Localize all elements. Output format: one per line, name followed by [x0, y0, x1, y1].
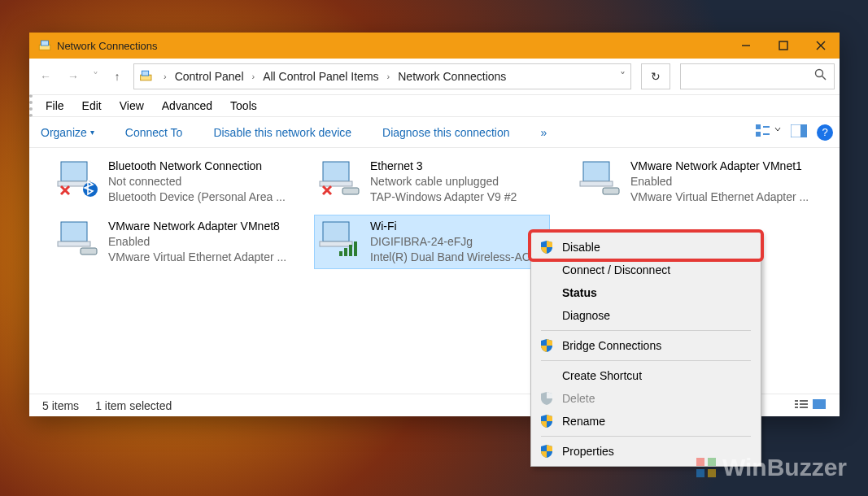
window-controls [727, 33, 840, 59]
ctx-rename[interactable]: Rename [533, 410, 759, 433]
adapter-icon [56, 219, 100, 258]
minimize-button[interactable] [727, 33, 765, 59]
help-button[interactable]: ? [817, 124, 833, 141]
svg-rect-47 [696, 469, 704, 477]
svg-rect-10 [756, 124, 761, 129]
adapter-icon [578, 159, 622, 198]
menu-view[interactable]: View [120, 99, 144, 112]
adapter-vmnet1[interactable]: VMware Network Adapter VMnet1 Enabled VM… [574, 154, 827, 209]
ctx-delete: Delete [533, 387, 759, 410]
svg-rect-21 [323, 162, 349, 181]
svg-rect-46 [708, 458, 716, 466]
recent-dropdown[interactable]: ˅ [89, 65, 101, 88]
breadcrumb-mid[interactable]: All Control Panel Items [260, 68, 382, 85]
organize-button[interactable]: Organize ▾ [41, 126, 94, 139]
command-bar: Organize ▾ Connect To Disable this netwo… [29, 117, 840, 148]
chevron-right-icon[interactable]: › [386, 72, 392, 81]
adapter-status: Enabled [630, 174, 809, 189]
ctx-status[interactable]: Status [533, 281, 759, 304]
maximize-button[interactable] [765, 33, 802, 59]
separator [541, 330, 751, 331]
svg-rect-32 [323, 222, 349, 241]
ctx-disable[interactable]: Disable [533, 236, 759, 259]
adapter-ethernet3[interactable]: Ethernet 3 Network cable unplugged TAP-W… [314, 154, 566, 209]
adapter-desc: VMware Virtual Ethernet Adapter ... [630, 189, 809, 205]
svg-rect-45 [696, 458, 704, 466]
folder-icon [139, 69, 155, 84]
svg-rect-15 [800, 124, 807, 137]
svg-rect-3 [779, 41, 787, 50]
ctx-diagnose[interactable]: Diagnose [533, 304, 759, 327]
adapter-desc: TAP-Windows Adapter V9 #2 [370, 189, 517, 205]
watermark-icon [695, 456, 718, 479]
ctx-connect-disconnect[interactable]: Connect / Disconnect [533, 259, 759, 281]
context-menu: Disable Connect / Disconnect Status Diag… [530, 232, 761, 467]
separator [541, 360, 751, 361]
svg-rect-27 [580, 181, 613, 186]
adapter-status: Enabled [108, 234, 286, 250]
ctx-bridge[interactable]: Bridge Connections [533, 334, 759, 357]
breadcrumb-leaf[interactable]: Network Connections [395, 68, 509, 85]
watermark-text: WinBuzzer [722, 454, 847, 481]
chevron-right-icon[interactable]: › [162, 72, 168, 81]
address-bar[interactable]: › Control Panel › All Control Panel Item… [133, 63, 631, 89]
menu-file[interactable]: File [46, 99, 64, 112]
adapter-desc: VMware Virtual Ethernet Adapter ... [108, 250, 286, 265]
details-view-button[interactable] [794, 398, 809, 412]
svg-rect-23 [342, 188, 359, 194]
menu-edit[interactable]: Edit [82, 99, 102, 112]
svg-rect-42 [800, 403, 808, 405]
forward-button[interactable]: → [62, 65, 85, 88]
large-icons-view-button[interactable] [812, 398, 827, 412]
nav-row: ← → ˅ ↑ › Control Panel › All Control Pa… [29, 59, 840, 94]
search-icon [814, 68, 827, 84]
adapter-wifi[interactable]: Wi-Fi DIGIFIBRA-24-eFJg Intel(R) Dual Ba… [314, 215, 550, 269]
address-dropdown[interactable]: ˅ [620, 70, 626, 83]
watermark: WinBuzzer [695, 454, 847, 481]
svg-rect-38 [795, 400, 798, 402]
adapter-desc: Intel(R) Dual Band Wireless-AC ... [370, 250, 543, 265]
adapter-name: VMware Network Adapter VMnet1 [630, 159, 809, 174]
back-button[interactable]: ← [34, 65, 57, 88]
breadcrumb-root[interactable]: Control Panel [172, 68, 247, 85]
adapter-bluetooth[interactable]: Bluetooth Network Connection Not connect… [52, 154, 304, 209]
item-count: 5 items [42, 399, 79, 412]
svg-rect-40 [795, 407, 798, 408]
ctx-label: Disable [562, 241, 600, 254]
ctx-create-shortcut[interactable]: Create Shortcut [533, 364, 759, 387]
connect-to-button[interactable]: Connect To [125, 126, 183, 139]
refresh-button[interactable]: ↻ [641, 63, 670, 89]
disable-device-button[interactable]: Disable this network device [213, 126, 351, 139]
svg-rect-48 [708, 469, 716, 477]
search-input[interactable] [680, 63, 835, 89]
adapter-name: VMware Network Adapter VMnet8 [108, 219, 286, 234]
adapter-vmnet8[interactable]: VMware Network Adapter VMnet8 Enabled VM… [52, 215, 304, 269]
svg-rect-41 [800, 400, 808, 402]
adapter-icon [318, 219, 362, 258]
view-options-button[interactable] [755, 124, 781, 141]
svg-rect-11 [756, 132, 761, 137]
close-button[interactable] [802, 33, 840, 59]
svg-rect-39 [795, 403, 798, 405]
chevron-right-icon[interactable]: › [251, 72, 257, 81]
up-button[interactable]: ↑ [106, 65, 129, 88]
svg-rect-34 [339, 251, 342, 256]
shield-icon [539, 240, 554, 255]
diagnose-button[interactable]: Diagnose this connection [382, 126, 509, 139]
svg-rect-44 [813, 399, 826, 409]
svg-rect-36 [349, 245, 352, 256]
titlebar[interactable]: Network Connections [29, 33, 840, 59]
svg-rect-37 [354, 241, 357, 256]
menu-advanced[interactable]: Advanced [162, 99, 212, 112]
overflow-button[interactable]: » [540, 126, 547, 139]
svg-rect-30 [58, 241, 90, 246]
svg-rect-7 [142, 71, 148, 76]
shield-icon [539, 414, 554, 429]
menu-tools[interactable]: Tools [230, 99, 257, 112]
adapter-status: Network cable unplugged [370, 174, 517, 189]
adapter-name: Ethernet 3 [370, 159, 517, 174]
window-title: Network Connections [57, 40, 158, 52]
selection-count: 1 item selected [95, 399, 172, 412]
svg-rect-35 [344, 248, 347, 256]
preview-pane-button[interactable] [791, 124, 807, 140]
